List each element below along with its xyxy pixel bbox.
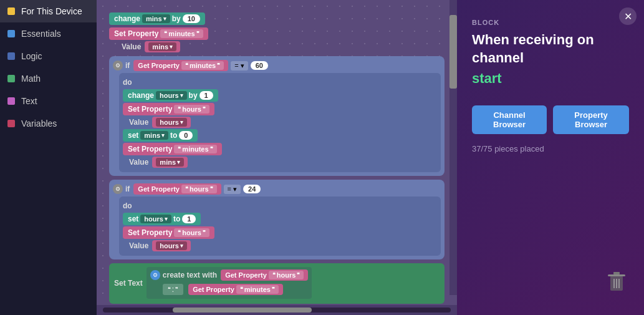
dot-text <box>7 97 15 105</box>
value-hours-2-block[interactable]: hours <box>152 240 191 251</box>
get-property-hours-2-block[interactable]: Get Property hours <box>221 269 308 281</box>
dot-variables <box>7 120 15 127</box>
get-property-key-minutes: minutes <box>181 61 224 70</box>
set-mins-to-0-row[interactable]: set mins to 0 <box>123 129 437 142</box>
eq-block-1[interactable]: = ▾ <box>231 61 248 70</box>
mins-dropdown[interactable]: mins <box>142 14 170 23</box>
eq-block-2[interactable]: = ▾ <box>224 185 241 194</box>
set-property-hours-2-row[interactable]: Set Property hours <box>123 226 437 239</box>
get-property-key-hours: hours <box>181 185 217 193</box>
create-text-colon-row: : Get Property minutes <box>163 284 309 295</box>
sidebar-item-variables[interactable]: Variables <box>0 112 97 135</box>
get-property-label-3: Get Property <box>225 271 267 279</box>
gear-icon-2[interactable]: ⚙ <box>113 184 123 194</box>
change-label: change <box>114 14 140 23</box>
do-block-2: do set hours to 1 Set Property <box>119 196 441 256</box>
mins-dropdown-2[interactable]: mins <box>140 131 168 140</box>
hours-dropdown-1[interactable]: hours <box>156 91 187 100</box>
value-mins-2-dropdown[interactable]: mins <box>156 158 184 167</box>
value-mins-dropdown[interactable]: mins <box>148 42 176 51</box>
set-hours-to-1-block[interactable]: set hours to 1 <box>123 213 201 225</box>
set-property-minutes-2-row[interactable]: Set Property minutes <box>123 143 437 155</box>
value-hours-1-block[interactable]: hours <box>152 117 191 128</box>
vertical-scrollbar-thumb <box>449 15 457 89</box>
change-hours-block[interactable]: change hours by 1 <box>123 89 437 102</box>
vertical-scrollbar[interactable] <box>449 0 457 295</box>
by-value[interactable]: 10 <box>183 14 200 23</box>
set-property-minutes-2-value-row: Value mins <box>129 157 437 168</box>
set-property-hours-2-block[interactable]: Set Property hours <box>123 226 214 239</box>
set-text-row: Set Text ⚙ create text with Get Property… <box>114 267 440 299</box>
if-header-2: ⚙ if Get Property hours = ▾ 24 <box>113 183 441 195</box>
if-block-1[interactable]: ⚙ if Get Property minutes = ▾ 60 do <box>109 56 445 176</box>
set-property-minutes-row: Set Property minutes Value mins <box>109 27 445 52</box>
gear-icon-3[interactable]: ⚙ <box>150 270 160 280</box>
value-label-hours-2: Value <box>129 241 148 250</box>
set-property-minutes-block[interactable]: Set Property minutes <box>109 27 208 40</box>
by-1-value[interactable]: 1 <box>199 91 213 100</box>
if-label-1: if <box>125 61 130 70</box>
block-title: When receiving on channel <box>472 31 629 67</box>
channel-browser-button[interactable]: Channel Browser <box>472 105 547 134</box>
value-mins-block[interactable]: mins <box>145 41 180 52</box>
close-button[interactable]: ✕ <box>619 7 637 25</box>
set-property-hours-1-block[interactable]: Set Property hours <box>123 103 214 115</box>
to-label-2: to <box>173 215 180 223</box>
set-property-label-1: Set Property <box>114 29 158 38</box>
sidebar-item-for-this-device[interactable]: For This Device <box>0 0 97 22</box>
trash-icon[interactable] <box>604 268 629 296</box>
set-label-2: set <box>128 215 138 223</box>
scrollbar-thumb <box>173 308 312 313</box>
sidebar-item-math[interactable]: Math <box>0 67 97 90</box>
value-label-minutes-2: Value <box>129 158 148 167</box>
value-hours-1-dropdown[interactable]: hours <box>156 118 187 127</box>
do-label-2: do <box>123 201 132 210</box>
property-browser-button[interactable]: Property Browser <box>553 105 629 134</box>
sidebar-label-essentials: Essentials <box>21 29 61 39</box>
trash-area <box>472 166 629 296</box>
sidebar-item-text[interactable]: Text <box>0 90 97 112</box>
blocks-area: change mins by 10 Set Property minutes V… <box>109 12 445 293</box>
get-property-label-2: Get Property <box>138 185 180 193</box>
property-key-hours-2: hours <box>174 228 209 237</box>
info-panel: ✕ BLOCK When receiving on channel start … <box>457 0 644 315</box>
set-property-minutes-2-label: Set Property <box>128 145 172 153</box>
sidebar-item-essentials[interactable]: Essentials <box>0 22 97 45</box>
if-block-2[interactable]: ⚙ if Get Property hours = ▾ 24 do se <box>109 180 445 259</box>
create-text-block[interactable]: ⚙ create text with Get Property hours : … <box>147 267 312 299</box>
get-property-minutes-block[interactable]: Get Property minutes <box>133 60 228 71</box>
gear-icon-1[interactable]: ⚙ <box>113 61 123 70</box>
to-0-value[interactable]: 0 <box>179 131 193 140</box>
change-hours-label: change <box>128 91 154 100</box>
change-block[interactable]: change mins by 10 <box>109 12 205 25</box>
value-mins-2-block[interactable]: mins <box>152 157 188 168</box>
pieces-count: 37/75 pieces placed <box>472 144 629 153</box>
sidebar-item-logic[interactable]: Logic <box>0 45 97 67</box>
sidebar-label-logic: Logic <box>21 51 42 61</box>
hours-dropdown-2[interactable]: hours <box>140 215 171 223</box>
change-mins-block[interactable]: change mins by 10 <box>109 12 445 25</box>
if-value-60[interactable]: 60 <box>251 61 268 70</box>
horizontal-scrollbar[interactable] <box>97 305 457 315</box>
property-key-minutes-2: minutes <box>174 145 216 153</box>
to-1-value[interactable]: 1 <box>182 215 196 223</box>
set-property-hours-1-row[interactable]: Set Property hours <box>123 103 437 115</box>
set-hours-to-1-row[interactable]: set hours to 1 <box>123 213 437 225</box>
sidebar-label-math: Math <box>21 74 41 84</box>
sidebar-label-text: Text <box>21 96 37 106</box>
value-hours-2-dropdown[interactable]: hours <box>156 241 187 250</box>
get-property-minutes-2-block[interactable]: Get Property minutes <box>188 284 283 295</box>
svg-rect-1 <box>608 274 625 276</box>
get-property-key-hours-2: hours <box>269 271 304 279</box>
set-property-hours-1-value-row: Value hours <box>129 117 437 128</box>
set-property-minutes-2-block[interactable]: Set Property minutes <box>123 143 222 155</box>
dot-essentials <box>7 30 15 37</box>
if-value-24[interactable]: 24 <box>243 185 261 193</box>
set-property-minutes-header[interactable]: Set Property minutes <box>109 27 445 40</box>
change-hours-blk[interactable]: change hours by 1 <box>123 89 218 102</box>
get-property-hours-block[interactable]: Get Property hours <box>133 183 221 195</box>
workspace[interactable]: change mins by 10 Set Property minutes V… <box>97 0 457 305</box>
to-label-1: to <box>170 131 177 140</box>
set-text-block[interactable]: Set Text ⚙ create text with Get Property… <box>109 263 445 304</box>
set-mins-to-0-block[interactable]: set mins to 0 <box>123 129 198 142</box>
